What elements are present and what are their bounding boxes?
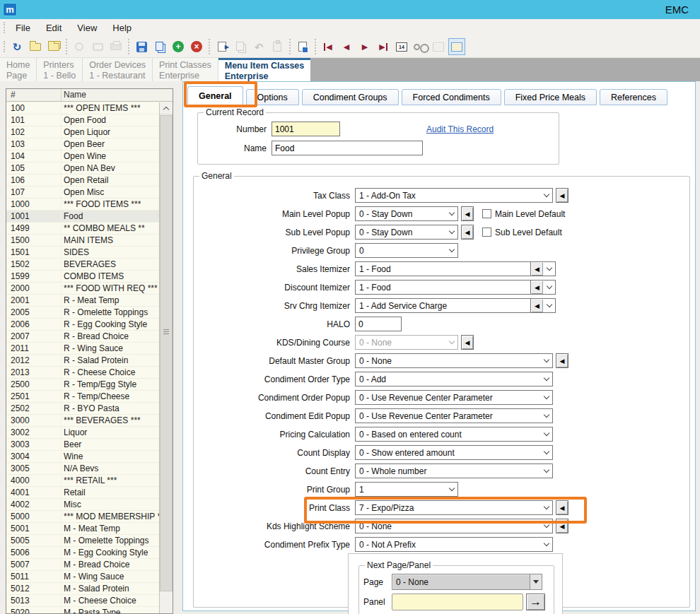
table-row[interactable]: 5012M - Salad Protein — [6, 583, 159, 595]
tax-class-dropdown[interactable]: 1 - Add-On Tax — [355, 188, 553, 203]
print-class-detail-button[interactable]: ◀ — [556, 500, 568, 515]
main-level-popup-dropdown[interactable]: 0 - Stay Down — [355, 206, 458, 221]
nav-prev-icon[interactable]: ◀ — [338, 38, 355, 55]
table-row[interactable]: 3005N/A Bevs — [6, 463, 159, 475]
save-icon[interactable] — [133, 38, 150, 55]
table-row[interactable]: 5005M - Omelette Toppings — [6, 535, 159, 547]
sales-itemizer-detail-button[interactable]: ◀ — [530, 262, 543, 276]
table-row[interactable]: 100*** OPEN ITEMS *** — [6, 102, 159, 114]
table-row[interactable]: 3000*** BEVERAGES *** — [6, 415, 159, 427]
kds-dining-course-detail-button[interactable]: ◀ — [461, 335, 474, 350]
menu-view[interactable]: View — [69, 20, 105, 35]
discount-itemizer-dropdown[interactable]: 1 - Food◀ — [355, 280, 556, 295]
kds-highlight-scheme-detail-button[interactable]: ◀ — [556, 519, 568, 533]
srv-chrg-itemizer-dropdown[interactable]: 1 - Add Service Charge◀ — [355, 298, 556, 313]
refresh-icon[interactable]: ↻ — [8, 38, 25, 55]
table-row[interactable]: 5011M - Wing Sauce — [6, 571, 159, 583]
table-row[interactable]: 103Open Beer — [6, 138, 159, 150]
table-row[interactable]: 1499** COMBO MEALS ** — [6, 223, 159, 235]
condiment-prefix-type-dropdown[interactable]: 0 - Not A Prefix — [355, 537, 553, 552]
module-tab-printers[interactable]: Printers1 - Bello — [37, 58, 83, 81]
table-row[interactable]: 5000*** MOD MEMBERSHIP *** — [6, 511, 159, 523]
toolbar-grip-handle[interactable] — [4, 41, 5, 52]
count-display-dropdown[interactable]: 0 - Show entered amount — [355, 445, 553, 460]
panel-go-button[interactable]: → — [526, 594, 545, 610]
table-row[interactable]: 101Open Food — [6, 114, 159, 126]
grid-view-icon[interactable] — [448, 38, 465, 55]
name-field[interactable] — [272, 141, 423, 155]
default-master-group-detail-button[interactable]: ◀ — [556, 353, 568, 368]
privilege-group-dropdown[interactable]: 0 — [355, 243, 458, 258]
menu-file[interactable]: File — [8, 20, 38, 35]
pricing-calculation-dropdown[interactable]: 0 - Based on entered count — [355, 427, 553, 442]
scrollbar-up-icon[interactable] — [160, 102, 173, 114]
table-row[interactable]: 3003Beer — [6, 439, 159, 451]
column-header-name[interactable]: Name — [62, 89, 173, 101]
table-row[interactable]: 2000*** FOOD WITH REQ *** — [6, 283, 159, 295]
print-class-dropdown[interactable]: 7 - Expo/Pizza — [355, 500, 553, 515]
table-row[interactable]: 2005R - Omelette Toppings — [6, 307, 159, 319]
main-level-default-checkbox[interactable] — [482, 209, 491, 218]
table-row[interactable]: 2007R - Bread Choice — [6, 331, 159, 343]
page-dropdown-button[interactable] — [530, 574, 542, 590]
copy-folder-icon[interactable] — [45, 38, 62, 55]
module-tab-menu-item-classes[interactable]: Menu Item ClassesEnterprise — [218, 58, 311, 81]
discount-itemizer-detail-button[interactable]: ◀ — [530, 281, 543, 294]
table-row[interactable]: 3004Wine — [6, 451, 159, 463]
table-row[interactable]: 5006M - Egg Cooking Style — [6, 547, 159, 559]
table-row[interactable]: 106Open Retail — [6, 175, 159, 187]
table-row[interactable]: 1000*** FOOD ITEMS *** — [6, 199, 159, 211]
table-row[interactable]: 2011R - Wing Sauce — [6, 343, 159, 355]
number-field[interactable] — [272, 122, 340, 136]
print-group-dropdown[interactable]: 1 — [355, 482, 458, 497]
table-row[interactable]: 2501R - Temp/Cheese — [6, 391, 159, 403]
table-row[interactable]: 107Open Misc — [6, 187, 159, 199]
scrollbar-thumb[interactable] — [160, 115, 173, 591]
tab-forced-condiments[interactable]: Forced Condiments — [402, 89, 501, 105]
sub-level-popup-dropdown[interactable]: 0 - Stay Down — [355, 225, 458, 240]
menu-grip-handle[interactable] — [4, 22, 5, 33]
table-row[interactable]: 2006R - Egg Cooking Style — [6, 319, 159, 331]
panel-field[interactable] — [392, 594, 523, 610]
nav-next-icon[interactable]: ▶ — [356, 38, 373, 55]
default-master-group-dropdown[interactable]: 0 - None — [355, 353, 553, 368]
table-row[interactable]: 4002Misc — [6, 499, 159, 511]
tab-options[interactable]: Options — [246, 89, 299, 105]
paste-special-icon[interactable] — [294, 38, 311, 55]
column-header-number[interactable]: # — [6, 89, 62, 101]
table-row[interactable]: 5001M - Meat Temp — [6, 523, 159, 535]
module-tab-order-devices[interactable]: Order Devices1 - Restaurant — [83, 58, 153, 81]
nav-first-icon[interactable]: ◀ — [320, 38, 337, 55]
table-row[interactable]: 2013R - Cheese Choice — [6, 367, 159, 379]
table-row[interactable]: 4000*** RETAIL *** — [6, 475, 159, 487]
goto-record-icon[interactable]: 14 — [393, 38, 410, 55]
tab-general[interactable]: General — [187, 86, 243, 105]
table-row[interactable]: 102Open Liquor — [6, 126, 159, 138]
open-folder-icon[interactable] — [27, 38, 44, 55]
condiment-edit-popup-dropdown[interactable]: 0 - Use Revenue Center Parameter — [355, 408, 553, 423]
sub-level-popup-detail-button[interactable]: ◀ — [461, 225, 474, 240]
table-row[interactable]: 1001Food — [6, 211, 159, 223]
delete-record-icon[interactable]: × — [188, 38, 205, 55]
table-row[interactable]: 5013M - Cheese Choice — [6, 595, 159, 607]
table-row[interactable]: 2012R - Salad Protein — [6, 355, 159, 367]
condiment-order-type-dropdown[interactable]: 0 - Add — [355, 372, 553, 386]
table-row[interactable]: 2500R - Temp/Egg Style — [6, 379, 159, 391]
page-dropdown[interactable]: 0 - None — [392, 574, 530, 590]
table-row[interactable]: 1502BEVERAGES — [6, 259, 159, 271]
table-row[interactable]: 3002Liquor — [6, 427, 159, 439]
tab-fixed-price-meals[interactable]: Fixed Price Meals — [504, 89, 597, 105]
table-row[interactable]: 1500MAIN ITEMS — [6, 235, 159, 247]
insert-record-icon[interactable]: + — [170, 38, 187, 55]
tab-condiment-groups[interactable]: Condiment Groups — [302, 89, 399, 105]
table-row[interactable]: 105Open NA Bev — [6, 163, 159, 175]
table-row[interactable]: 5020M - Pasta Type — [6, 607, 159, 613]
table-row[interactable]: 2001R - Meat Temp — [6, 295, 159, 307]
halo-field[interactable] — [355, 317, 402, 331]
table-row[interactable]: 2502R - BYO Pasta — [6, 403, 159, 415]
srv-chrg-itemizer-detail-button[interactable]: ◀ — [530, 299, 543, 312]
module-tab-home[interactable]: HomePage — [0, 58, 37, 81]
kds-highlight-scheme-dropdown[interactable]: 0 - None — [355, 519, 553, 533]
audit-this-record-link[interactable]: Audit This Record — [426, 124, 494, 134]
main-level-popup-detail-button[interactable]: ◀ — [461, 206, 474, 221]
